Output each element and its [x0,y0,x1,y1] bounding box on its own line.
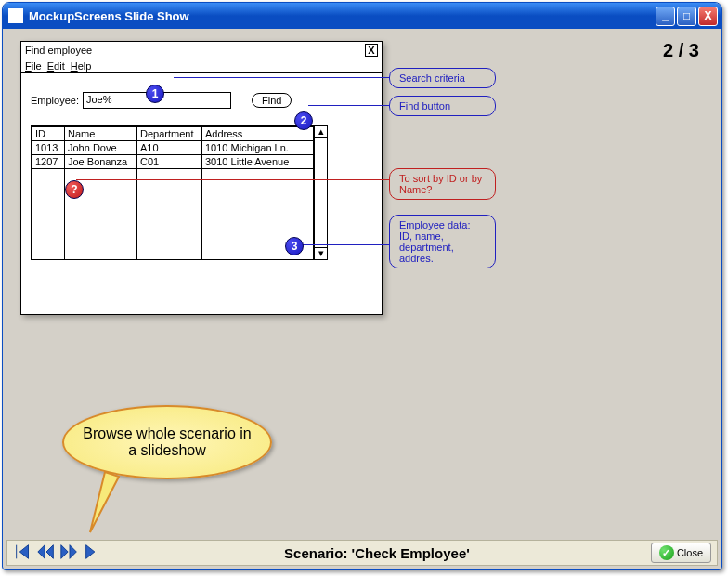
marker-3: 3 [285,237,304,255]
connector-line [174,77,389,78]
callout-sort-question: To sort by ID or by Name? [389,168,496,200]
table-scrollbar[interactable]: ▴ ▾ [314,126,327,259]
connector-line [76,179,389,180]
window-title: MockupScreens Slide Show [29,9,189,23]
check-icon: ✓ [659,545,674,560]
minimize-button[interactable]: _ [656,7,675,26]
close-button[interactable]: ✓ Close [651,543,711,563]
marker-2: 2 [294,111,313,130]
mock-window: Find employee X File Edit Help Employee:… [20,41,383,315]
prev-slide-button[interactable] [36,542,57,564]
marker-1: 1 [146,85,164,103]
callout-employee-data: Employee data: ID, name, department, add… [389,215,496,268]
table-row[interactable]: 1013 John Dove A10 1010 Michigan Ln. [32,141,314,155]
titlebar: MockupScreens Slide Show _ □ X [3,3,722,29]
app-window: MockupScreens Slide Show _ □ X 2 / 3 Fin… [2,2,722,570]
callout-find-button: Find button [389,96,496,116]
scroll-down-icon[interactable]: ▾ [315,247,327,259]
mock-title-text: Find employee [25,45,92,56]
maximize-button[interactable]: □ [677,7,696,26]
mock-close-button[interactable]: X [365,44,378,57]
slide-area: 2 / 3 Find employee X File Edit Help Emp… [6,29,718,540]
last-slide-button[interactable] [83,542,103,564]
scroll-up-icon[interactable]: ▴ [315,126,327,138]
next-slide-button[interactable] [59,542,80,564]
mock-titlebar: Find employee X [21,42,382,59]
connector-line [308,105,389,106]
col-id[interactable]: ID [32,127,65,141]
first-slide-button[interactable] [13,542,33,564]
bottom-bar: Scenario: 'Check Employee' ✓ Close [6,540,718,566]
close-window-button[interactable]: X [698,7,718,26]
table-row[interactable]: 1207 Joe Bonanza C01 3010 Little Avenue [32,155,314,169]
marker-question: ? [65,180,84,199]
menu-file[interactable]: File [25,60,42,72]
col-addr[interactable]: Address [202,127,314,141]
connector-line [302,244,389,245]
page-counter: 2 / 3 [663,40,699,61]
find-button[interactable]: Find [252,93,292,108]
app-icon [8,8,23,23]
scenario-label: Scenario: 'Check Employee' [103,545,651,561]
col-dept[interactable]: Department [137,127,202,141]
employee-label: Employee: [31,95,79,106]
speech-bubble: Browse whole scenario in a slideshow [62,405,272,479]
mock-menu: File Edit Help [21,59,382,73]
callout-search-criteria: Search criteria [389,68,496,88]
col-name[interactable]: Name [65,127,137,141]
menu-help[interactable]: Help [71,60,92,72]
menu-edit[interactable]: Edit [47,60,65,72]
